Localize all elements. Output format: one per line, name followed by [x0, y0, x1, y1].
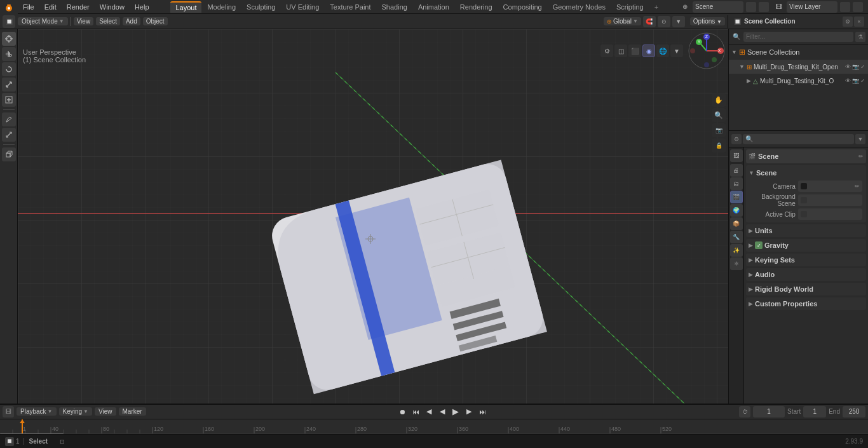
rigid-body-header[interactable]: ▶ Rigid Body World	[746, 283, 866, 295]
add-menu[interactable]: Add	[123, 17, 140, 25]
viewport[interactable]: User Perspective (1) Scene Collection ⚙ …	[18, 29, 728, 404]
keying-menu[interactable]: Keying▼	[59, 407, 93, 416]
sync-btn[interactable]: ⏱	[739, 406, 750, 417]
camera-value-input[interactable]: ✏	[798, 180, 862, 192]
units-section-header[interactable]: ▶ Units	[746, 224, 866, 237]
transform-tool[interactable]	[2, 93, 16, 107]
status-icon-btn[interactable]: 🔲	[5, 437, 14, 446]
scene-add-btn[interactable]	[759, 2, 769, 12]
skip-end-btn[interactable]: ⏭	[477, 406, 488, 417]
scene-edit-btn[interactable]: ✏	[858, 153, 864, 160]
timeline-type-btn[interactable]: 🎞	[3, 406, 14, 417]
select-menu[interactable]: Select	[96, 17, 120, 25]
tab-layout[interactable]: Layout	[170, 1, 201, 13]
outliner-funnel-btn[interactable]: ⚗	[855, 32, 865, 42]
item1-select-btn[interactable]: ✓	[860, 64, 865, 70]
props-tab-world[interactable]: 🌍	[730, 204, 743, 217]
marker-menu[interactable]: Marker	[119, 407, 146, 416]
proportional-options[interactable]: ▼	[672, 16, 685, 27]
annotate-tool[interactable]	[2, 112, 16, 126]
timeline-view-menu[interactable]: View	[95, 407, 116, 416]
cursor-tool[interactable]	[2, 32, 16, 46]
editor-type-btn[interactable]: 🔲	[3, 15, 15, 28]
scene-subsection-header[interactable]: ▼ Scene	[746, 166, 866, 179]
gravity-section-header[interactable]: ▶ ✓ Gravity	[746, 239, 866, 252]
record-btn[interactable]: ⏺	[397, 406, 408, 417]
props-filter-btn[interactable]: ⚙	[731, 134, 742, 144]
view-layer-add-btn[interactable]	[853, 2, 863, 12]
item2-render-btn[interactable]: 📷	[852, 78, 859, 84]
keying-sets-header[interactable]: ▶ Keying Sets	[746, 254, 866, 266]
object-menu[interactable]: Object	[143, 17, 168, 25]
viewport-filter-btn[interactable]: ⚙	[600, 44, 613, 57]
tab-geometry-nodes[interactable]: Geometry Nodes	[548, 2, 611, 12]
outliner-close-btn[interactable]: ×	[854, 17, 864, 27]
tab-sculpting[interactable]: Sculpting	[241, 2, 280, 12]
tab-scripting[interactable]: Scripting	[611, 2, 649, 12]
play-forward-btn[interactable]: ▶	[450, 406, 461, 417]
zoom-tool-btn[interactable]: 🔍	[712, 108, 726, 122]
menu-render[interactable]: Render	[62, 0, 95, 14]
scale-tool[interactable]	[2, 78, 16, 92]
props-tab-output[interactable]: 🖨	[730, 164, 743, 177]
scene-duplicate-btn[interactable]	[746, 2, 756, 12]
tab-shading[interactable]: Shading	[377, 2, 412, 12]
active-clip-input[interactable]	[798, 208, 862, 220]
props-tab-object[interactable]: 📦	[730, 217, 743, 230]
scene-name-input[interactable]: Scene	[693, 1, 743, 13]
snap-toggle[interactable]: 🧲	[643, 16, 656, 27]
menu-file[interactable]: File	[18, 0, 39, 14]
props-tab-render[interactable]: 🖼	[730, 149, 743, 162]
tab-compositing[interactable]: Compositing	[498, 2, 547, 12]
props-tab-particles[interactable]: ✨	[730, 244, 743, 257]
audio-section-header[interactable]: ▶ Audio	[746, 268, 866, 281]
viewport-shading-render[interactable]: 🌐	[656, 44, 669, 57]
tab-add[interactable]: +	[649, 2, 663, 12]
lock-view-btn[interactable]: 🔒	[712, 139, 726, 153]
viewport-shading-material[interactable]: ◉	[642, 44, 655, 57]
scene-section-header[interactable]: 🎬 Scene ✏	[746, 149, 866, 163]
camera-view-btn[interactable]: 📷	[712, 123, 726, 137]
add-cube-tool[interactable]	[2, 147, 16, 161]
tab-texture-paint[interactable]: Texture Paint	[325, 2, 376, 12]
menu-edit[interactable]: Edit	[39, 0, 62, 14]
outliner-item-mesh[interactable]: ▶ △ Multi_Drug_Testing_Kit_O 👁 📷 ✓	[729, 74, 868, 88]
custom-props-header[interactable]: ▶ Custom Properties	[746, 297, 866, 310]
hand-tool-btn[interactable]: ✋	[712, 93, 726, 107]
proportional-edit[interactable]: ⊙	[658, 16, 670, 27]
viewport-shading-options[interactable]: ▼	[670, 44, 683, 57]
tab-animation[interactable]: Animation	[413, 2, 454, 12]
tab-modeling[interactable]: Modeling	[202, 2, 241, 12]
skip-start-btn[interactable]: ⏮	[410, 406, 421, 417]
item2-visibility-btn[interactable]: 👁	[845, 78, 851, 84]
item1-visibility-btn[interactable]: 👁	[845, 64, 851, 70]
outliner-filter-btn[interactable]: ⚙	[843, 17, 853, 27]
outliner-type-btn[interactable]: 🔲	[732, 17, 742, 27]
viewport-shading-wire[interactable]: ◫	[614, 44, 627, 57]
background-scene-input[interactable]	[798, 194, 862, 206]
menu-help[interactable]: Help	[130, 0, 154, 14]
start-frame-input[interactable]: 1	[803, 406, 826, 417]
current-frame-input[interactable]: 1	[753, 406, 785, 417]
outliner-item-collection[interactable]: ▼ ⊞ Multi_Drug_Testing_Kit_Open 👁 📷 ✓	[729, 60, 868, 74]
measure-tool[interactable]	[2, 128, 16, 142]
viewport-shading-solid[interactable]: ⬛	[628, 44, 641, 57]
props-tab-scene[interactable]: 🎬	[730, 191, 743, 203]
gravity-checkbox[interactable]: ✓	[755, 241, 763, 249]
tab-uv[interactable]: UV Editing	[281, 2, 324, 12]
item1-render-btn[interactable]: 📷	[852, 64, 859, 70]
playback-menu[interactable]: Playback▼	[17, 407, 57, 416]
props-tab-modifier[interactable]: 🔧	[730, 231, 743, 243]
outliner-search-input[interactable]: Filter...	[743, 32, 853, 42]
view-layer-btn[interactable]	[840, 2, 850, 12]
timeline-ruler[interactable]: 1 40 80 120 160 200 240 280 320 360	[0, 419, 868, 434]
props-tab-view-layer[interactable]: 🗂	[730, 177, 743, 190]
item2-select-btn[interactable]: ✓	[860, 78, 865, 84]
play-back-btn[interactable]: ◀	[437, 406, 448, 417]
options-btn[interactable]: Options ▼	[690, 17, 725, 25]
outliner-scene-collection-item[interactable]: ▼ ⊞ Scene Collection	[729, 44, 868, 60]
step-back-btn[interactable]: ◀	[423, 406, 435, 417]
camera-edit-icon[interactable]: ✏	[855, 183, 860, 189]
object-mode-dropdown[interactable]: Object Mode▼	[18, 17, 68, 25]
view-menu[interactable]: View	[74, 17, 94, 25]
